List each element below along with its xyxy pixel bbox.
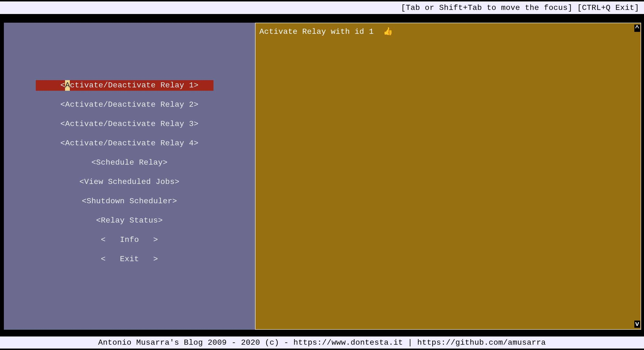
menu-item-label: <Activate/Deactivate Relay 4>: [60, 139, 198, 148]
menu-item-2[interactable]: <Activate/Deactivate Relay 3>: [4, 119, 255, 129]
menu-item-5[interactable]: <View Scheduled Jobs>: [4, 177, 255, 187]
menu-item-label: < Info >: [101, 235, 158, 244]
menu-item-label: <Activate/Deactivate Relay 3>: [60, 120, 198, 128]
output-pane: Activate Relay with id 1 👍 ^ v: [255, 23, 641, 330]
menu-item-label: <Activate/Deactivate Relay 2>: [60, 100, 198, 109]
menu-item-1[interactable]: <Activate/Deactivate Relay 2>: [4, 99, 255, 110]
menu-item-label: <Relay Status>: [96, 216, 163, 225]
menu-pane: <Activate/Deactivate Relay 1><Activate/D…: [4, 23, 255, 330]
menu-hotkey: A: [65, 80, 70, 91]
footer-bar: Antonio Musarra's Blog 2009 - 2020 (c) -…: [0, 337, 644, 349]
scroll-up-arrow[interactable]: ^: [634, 25, 640, 32]
menu-item-label: <Shutdown Scheduler>: [82, 197, 177, 206]
main-area: <Activate/Deactivate Relay 1><Activate/D…: [4, 23, 641, 330]
menu-list: <Activate/Deactivate Relay 1><Activate/D…: [4, 80, 255, 273]
menu-item-7[interactable]: <Relay Status>: [4, 215, 255, 226]
menu-item-label: <Activate/Deactivate Relay 1>: [60, 81, 199, 90]
scroll-down-arrow[interactable]: v: [634, 321, 640, 328]
menu-item-8[interactable]: < Info >: [4, 235, 255, 245]
menu-item-3[interactable]: <Activate/Deactivate Relay 4>: [4, 138, 255, 149]
keyboard-hint: [Tab or Shift+Tab to move the focus] [CT…: [401, 3, 639, 12]
output-text: Activate Relay with id 1 👍: [256, 23, 640, 40]
top-hint-bar: [Tab or Shift+Tab to move the focus] [CT…: [0, 1, 644, 14]
menu-item-0[interactable]: <Activate/Deactivate Relay 1>: [4, 80, 255, 91]
menu-item-6[interactable]: <Shutdown Scheduler>: [4, 196, 255, 207]
menu-item-label: < Exit >: [101, 255, 158, 264]
menu-item-label: <Schedule Relay>: [92, 158, 168, 167]
menu-item-label: <View Scheduled Jobs>: [80, 177, 180, 186]
menu-item-9[interactable]: < Exit >: [4, 254, 255, 265]
footer-text: Antonio Musarra's Blog 2009 - 2020 (c) -…: [98, 338, 546, 347]
menu-item-4[interactable]: <Schedule Relay>: [4, 157, 255, 168]
